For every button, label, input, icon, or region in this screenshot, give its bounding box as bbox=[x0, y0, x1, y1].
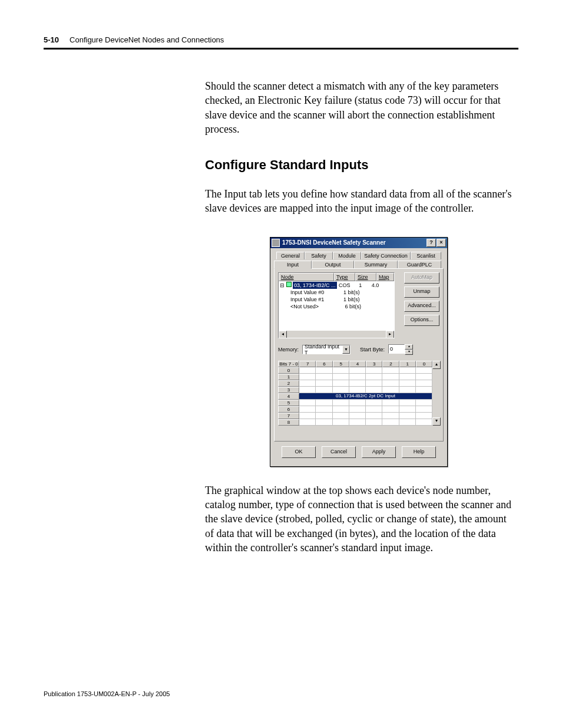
grid-cell[interactable] bbox=[382, 380, 399, 387]
tab-general[interactable]: General bbox=[276, 252, 305, 259]
grid-cell[interactable] bbox=[382, 387, 399, 393]
tree-row-root[interactable]: ⊟ 03, 1734-IB2/C ... COS 1 4.0 bbox=[280, 282, 393, 289]
grid-row-6[interactable]: 6 bbox=[278, 406, 432, 413]
grid-cell[interactable] bbox=[399, 406, 416, 413]
grid-cell[interactable] bbox=[333, 413, 349, 419]
grid-cell[interactable] bbox=[349, 367, 366, 374]
tab-summary[interactable]: Summary bbox=[354, 261, 398, 268]
grid-cell[interactable] bbox=[416, 406, 432, 413]
grid-row-5[interactable]: 5 bbox=[278, 400, 432, 406]
grid-cell[interactable] bbox=[382, 406, 399, 413]
th-map[interactable]: Map bbox=[376, 273, 394, 281]
grid-cell[interactable] bbox=[416, 413, 432, 419]
grid-cell[interactable] bbox=[416, 380, 432, 387]
help-button[interactable]: ? bbox=[427, 239, 436, 247]
grid-cell[interactable] bbox=[333, 367, 349, 374]
grid-cell[interactable] bbox=[382, 400, 399, 406]
grid-cell[interactable] bbox=[349, 374, 366, 380]
tab-safety-connection[interactable]: Safety Connection bbox=[361, 252, 411, 259]
grid-cell[interactable] bbox=[399, 367, 416, 374]
th-size[interactable]: Size bbox=[355, 273, 376, 281]
th-type[interactable]: Type bbox=[334, 273, 355, 281]
scroll-left-icon[interactable]: ◂ bbox=[279, 331, 287, 338]
grid-cell[interactable] bbox=[366, 380, 382, 387]
grid-cell[interactable] bbox=[299, 400, 316, 406]
grid-cell[interactable] bbox=[349, 413, 366, 419]
tab-safety[interactable]: Safety bbox=[305, 252, 333, 259]
scroll-right-icon[interactable]: ▸ bbox=[386, 331, 394, 338]
grid-cell[interactable] bbox=[366, 400, 382, 406]
grid-cell[interactable] bbox=[299, 367, 316, 374]
grid-cell[interactable] bbox=[399, 400, 416, 406]
grid-cell[interactable] bbox=[299, 406, 316, 413]
grid-cell[interactable] bbox=[382, 413, 399, 419]
grid-cell[interactable] bbox=[333, 400, 349, 406]
tree-row-child-1[interactable]: Input Value #1 1 bit(s) bbox=[280, 296, 393, 303]
grid-cell[interactable] bbox=[399, 387, 416, 393]
grid-cell[interactable] bbox=[366, 387, 382, 393]
grid-cell[interactable] bbox=[382, 374, 399, 380]
grid-cell[interactable] bbox=[299, 419, 316, 426]
grid-cell[interactable] bbox=[316, 380, 332, 387]
spinner-up-icon[interactable]: ▴ bbox=[405, 344, 413, 350]
grid-cell[interactable] bbox=[366, 413, 382, 419]
grid-cell[interactable] bbox=[349, 400, 366, 406]
options-button[interactable]: Options... bbox=[404, 315, 439, 326]
grid-cell[interactable] bbox=[299, 380, 316, 387]
scroll-down-icon[interactable]: ▾ bbox=[432, 417, 441, 426]
tab-output[interactable]: Output bbox=[312, 261, 354, 268]
tab-scanlist[interactable]: Scanlist bbox=[411, 252, 441, 259]
grid-highlight-cell[interactable]: 03, 1734-IB2/C 2pt DC Input bbox=[299, 393, 432, 400]
grid-row-0[interactable]: 0 bbox=[278, 367, 432, 374]
grid-cell[interactable] bbox=[349, 406, 366, 413]
grid-cell[interactable] bbox=[366, 367, 382, 374]
grid-cell[interactable] bbox=[416, 367, 432, 374]
tab-input[interactable]: Input bbox=[274, 261, 312, 269]
grid-cell[interactable] bbox=[399, 380, 416, 387]
grid-cell[interactable] bbox=[349, 419, 366, 426]
grid-cell[interactable] bbox=[316, 406, 332, 413]
grid-cell[interactable] bbox=[299, 374, 316, 380]
help-button-bottom[interactable]: Help bbox=[402, 446, 436, 458]
tree-scrollbar[interactable]: ◂ ▸ bbox=[279, 330, 394, 338]
apply-button[interactable]: Apply bbox=[362, 446, 396, 458]
cancel-button[interactable]: Cancel bbox=[322, 446, 356, 458]
grid-cell[interactable] bbox=[316, 367, 332, 374]
advanced-button[interactable]: Advanced... bbox=[404, 301, 439, 312]
grid-cell[interactable] bbox=[316, 374, 332, 380]
tree-row-child-0[interactable]: Input Value #0 1 bit(s) bbox=[280, 289, 393, 296]
th-node[interactable]: Node bbox=[279, 273, 334, 281]
grid-cell[interactable] bbox=[416, 387, 432, 393]
grid-cell[interactable] bbox=[299, 413, 316, 419]
grid-row-2[interactable]: 2 bbox=[278, 380, 432, 387]
tab-module[interactable]: Module bbox=[333, 252, 361, 259]
grid-cell[interactable] bbox=[333, 406, 349, 413]
grid-vscrollbar[interactable]: ▴ ▾ bbox=[432, 361, 439, 426]
grid-row-3[interactable]: 3 bbox=[278, 387, 432, 393]
start-byte-value[interactable]: 0 bbox=[388, 344, 405, 354]
unmap-button[interactable]: Unmap bbox=[404, 286, 439, 298]
grid-cell[interactable] bbox=[316, 387, 332, 393]
grid-cell[interactable] bbox=[416, 400, 432, 406]
grid-cell[interactable] bbox=[399, 419, 416, 426]
grid-row-7[interactable]: 7 bbox=[278, 413, 432, 419]
start-byte-spinner[interactable]: 0 ▴ ▾ bbox=[388, 344, 413, 355]
grid-cell[interactable] bbox=[299, 387, 316, 393]
grid-cell[interactable] bbox=[316, 400, 332, 406]
close-button[interactable]: × bbox=[437, 239, 446, 247]
tree-row-child-2[interactable]: <Not Used> 6 bit(s) bbox=[280, 303, 393, 310]
grid-cell[interactable] bbox=[333, 380, 349, 387]
grid-cell[interactable] bbox=[382, 419, 399, 426]
grid-cell[interactable] bbox=[349, 387, 366, 393]
grid-cell[interactable] bbox=[416, 419, 432, 426]
grid-cell[interactable] bbox=[382, 367, 399, 374]
grid-cell[interactable] bbox=[416, 374, 432, 380]
grid-cell[interactable] bbox=[333, 419, 349, 426]
grid-row-8[interactable]: 8 bbox=[278, 419, 432, 426]
grid-cell[interactable] bbox=[316, 419, 332, 426]
grid-cell[interactable] bbox=[333, 387, 349, 393]
ok-button[interactable]: OK bbox=[282, 446, 316, 458]
grid-cell[interactable] bbox=[333, 374, 349, 380]
grid-cell[interactable] bbox=[399, 413, 416, 419]
node-tree[interactable]: Node Type Size Map ⊟ 03, 1734-IB2/C ... … bbox=[278, 272, 395, 338]
